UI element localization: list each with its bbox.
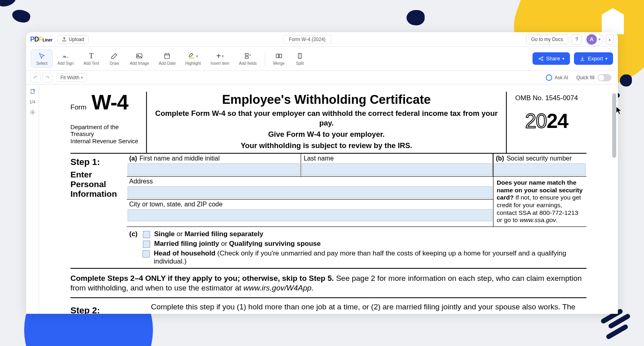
ask-ai-button[interactable]: Ask AI xyxy=(542,73,572,82)
tool-add-text[interactable]: T Add Text xyxy=(78,49,104,68)
first-name-input[interactable] xyxy=(128,163,300,175)
toggle-switch[interactable] xyxy=(598,74,611,81)
form-subtitle: Give Form W-4 to your employer. xyxy=(152,130,501,139)
tool-split[interactable]: Split xyxy=(289,50,310,67)
upload-icon xyxy=(62,37,67,42)
fields-icon xyxy=(244,51,252,60)
highlighter-icon: ▾ xyxy=(188,51,198,60)
merge-icon xyxy=(275,51,283,60)
app-window: PDFLiner Upload Form W-4 (2024) Go to my… xyxy=(26,32,618,314)
toolbar-divider xyxy=(265,51,265,66)
go-to-docs-button[interactable]: Go to my Docs xyxy=(526,35,568,44)
form-subtitle: Your withholding is subject to review by… xyxy=(152,141,501,150)
tool-draw[interactable]: Draw xyxy=(104,49,125,68)
title-bar: PDFLiner Upload Form W-4 (2024) Go to my… xyxy=(26,32,618,47)
calendar-icon xyxy=(163,51,171,60)
ssn-input[interactable] xyxy=(494,163,586,175)
filing-option: Married filing jointly or Qualifying sur… xyxy=(154,240,321,248)
instructions-text: Complete Steps 2–4 ONLY if they apply to… xyxy=(70,269,586,298)
upload-button[interactable]: Upload xyxy=(57,35,89,44)
last-name-label: Last name xyxy=(301,154,493,163)
content-area: 1/4 Form W-4 Department of the Treasury … xyxy=(26,84,618,314)
form-title: Employee's Withholding Certificate xyxy=(152,93,501,107)
document-canvas[interactable]: Form W-4 Department of the Treasury Inte… xyxy=(39,84,618,314)
step-number: Step 2: xyxy=(70,305,149,314)
svg-rect-5 xyxy=(276,54,279,58)
form-subtitle: Complete Form W-4 so that your employer … xyxy=(152,109,501,128)
bg-blob-navy xyxy=(600,310,632,338)
tool-add-sign[interactable]: Add Sign xyxy=(53,49,79,68)
side-strip: 1/4 xyxy=(26,84,39,314)
plus-icon: +▾ xyxy=(216,51,224,60)
quick-fill-toggle[interactable]: Quick fill xyxy=(576,74,611,81)
form-label: Form xyxy=(70,103,87,111)
svg-rect-3 xyxy=(245,54,248,56)
chevron-down-icon: ▾ xyxy=(599,37,601,41)
svg-rect-6 xyxy=(279,54,282,58)
app-logo[interactable]: PDFLiner xyxy=(30,36,52,43)
tool-insert-item[interactable]: +▾ Insert item xyxy=(206,49,234,68)
upload-label: Upload xyxy=(69,37,84,42)
form-code: W-4 xyxy=(91,93,128,111)
image-icon xyxy=(136,51,143,60)
tax-year: 2024 xyxy=(508,109,585,133)
step-number: Step 1: xyxy=(70,157,124,167)
download-icon xyxy=(580,56,585,62)
checkbox-single[interactable] xyxy=(143,231,150,238)
city-input[interactable] xyxy=(128,209,492,221)
tool-add-fields[interactable]: Add fields xyxy=(234,49,262,68)
svg-point-13 xyxy=(32,111,33,113)
checkbox-head-household[interactable] xyxy=(142,250,150,257)
help-button[interactable]: ? xyxy=(572,34,582,45)
svg-point-12 xyxy=(33,89,35,91)
dept-line: Internal Revenue Service xyxy=(70,138,144,144)
split-icon xyxy=(296,51,303,60)
document-title[interactable]: Form W-4 (2024) xyxy=(283,35,332,44)
page-counter: 1/4 xyxy=(30,100,35,104)
undo-button[interactable]: ↶ xyxy=(30,73,41,82)
share-button[interactable]: Share ▾ xyxy=(533,52,570,65)
tool-select[interactable]: Select xyxy=(31,49,53,68)
tool-add-date[interactable]: Add Date xyxy=(154,49,181,68)
scroll-thumb[interactable] xyxy=(612,93,616,158)
step-title: Enter Personal Information xyxy=(70,170,124,199)
avatar: A xyxy=(586,34,597,45)
pages-panel-button[interactable] xyxy=(29,88,37,96)
redo-button[interactable]: ↷ xyxy=(42,73,53,82)
city-label: City or town, state, and ZIP code xyxy=(127,200,493,209)
mouse-cursor-icon xyxy=(616,106,623,115)
address-input[interactable] xyxy=(128,186,492,198)
pencil-icon xyxy=(111,51,118,60)
ssn-label: Social security number xyxy=(506,155,572,162)
filing-option: Single or Married filing separately xyxy=(154,230,263,238)
settings-button[interactable] xyxy=(29,108,37,116)
export-button[interactable]: Export ▾ xyxy=(574,52,613,65)
svg-rect-2 xyxy=(165,54,169,59)
svg-rect-4 xyxy=(245,57,248,59)
toolbar: Select Add Sign T Add Text Draw Add Imag… xyxy=(26,47,618,71)
ssn-note: Does your name match the name on your so… xyxy=(493,177,586,227)
scrollbar[interactable] xyxy=(611,84,617,314)
ai-icon xyxy=(546,74,552,81)
checkbox-married-joint[interactable] xyxy=(143,241,150,248)
dept-line: Department of the Treasury xyxy=(70,124,144,138)
zoom-select[interactable]: Fit Width▾ xyxy=(57,73,87,82)
tool-merge[interactable]: Merge xyxy=(268,50,289,67)
share-icon xyxy=(538,56,544,62)
text-icon: T xyxy=(89,51,93,60)
sub-toolbar: ↶ ↷ Fit Width▾ Ask AI Quick fill xyxy=(26,71,618,84)
signature-icon xyxy=(62,51,69,60)
bg-blob-navy xyxy=(0,0,36,24)
bg-blob-navy xyxy=(620,74,632,86)
filing-option: Head of household (Check only if you're … xyxy=(154,249,584,266)
collapse-button[interactable]: ▴ xyxy=(606,34,614,45)
address-label: Address xyxy=(127,177,493,186)
tool-add-image[interactable]: Add Image xyxy=(125,49,154,68)
last-name-input[interactable] xyxy=(302,163,492,175)
account-menu[interactable]: A ▾ xyxy=(585,33,603,46)
first-name-label: First name and middle initial xyxy=(140,155,220,162)
bg-blob-navy xyxy=(407,10,431,30)
tool-highlight[interactable]: ▾ Highlight xyxy=(180,49,206,68)
cursor-icon xyxy=(38,51,45,60)
step2-text: Complete this step if you (1) hold more … xyxy=(151,302,586,314)
